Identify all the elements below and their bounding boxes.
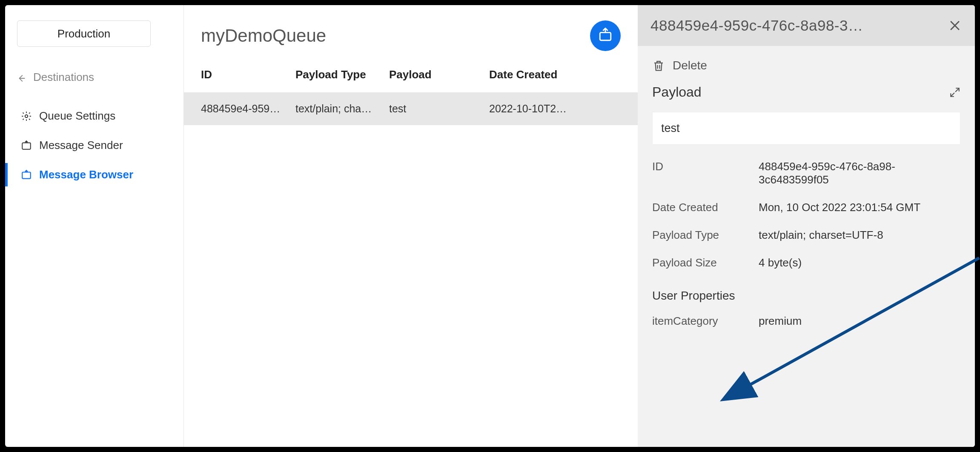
meta-value: text/plain; charset=UTF-8 xyxy=(759,229,960,242)
detail-panel: 488459e4-959c-476c-8a98-3… Delete Payloa… xyxy=(638,5,975,447)
send-message-button[interactable] xyxy=(590,20,621,51)
sidebar-item-label: Queue Settings xyxy=(39,109,115,123)
table-header: ID Payload Type Payload Date Created xyxy=(184,68,638,92)
meta-key: Payload Size xyxy=(652,256,759,269)
main-header: myDemoQueue xyxy=(184,20,638,68)
sidebar-item-message-sender[interactable]: Message Sender xyxy=(17,134,172,157)
sidebar-item-queue-settings[interactable]: Queue Settings xyxy=(17,104,172,128)
meta-key: ID xyxy=(652,160,759,186)
arrow-left-icon xyxy=(17,73,26,82)
svg-rect-3 xyxy=(600,32,611,40)
meta-row-id: ID 488459e4-959c-476c-8a98-3c6483599f05 xyxy=(652,160,960,186)
meta-value: 488459e4-959c-476c-8a98-3c6483599f05 xyxy=(759,160,960,186)
payload-section-title: Payload xyxy=(652,84,702,100)
svg-rect-1 xyxy=(22,143,31,149)
meta-key: Date Created xyxy=(652,201,759,214)
cell-payload-type: text/plain; cha… xyxy=(295,103,389,115)
meta-row-date-created: Date Created Mon, 10 Oct 2022 23:01:54 G… xyxy=(652,201,960,214)
trash-icon xyxy=(652,59,665,72)
messages-table: ID Payload Type Payload Date Created 488… xyxy=(184,68,638,125)
sidebar-item-message-browser[interactable]: Message Browser xyxy=(17,163,172,186)
payload-value-box: test xyxy=(652,112,960,145)
close-icon xyxy=(948,27,962,34)
meta-value: Mon, 10 Oct 2022 23:01:54 GMT xyxy=(759,201,960,214)
svg-rect-2 xyxy=(22,172,31,178)
delete-message-button[interactable]: Delete xyxy=(652,59,960,72)
back-destinations-label: Destinations xyxy=(33,71,94,84)
metadata-list: ID 488459e4-959c-476c-8a98-3c6483599f05 … xyxy=(652,160,960,269)
environment-selector[interactable]: Production xyxy=(17,20,151,47)
sidebar: Production Destinations Queue Settings M… xyxy=(5,5,184,447)
meta-key: Payload Type xyxy=(652,229,759,242)
expand-payload-button[interactable] xyxy=(949,87,960,98)
table-row[interactable]: 488459e4-959… text/plain; cha… test 2022… xyxy=(184,92,638,125)
gear-icon xyxy=(20,110,32,122)
delete-label: Delete xyxy=(673,59,707,72)
sidebar-item-label: Message Sender xyxy=(39,139,123,152)
sidebar-nav: Queue Settings Message Sender Message Br… xyxy=(17,104,172,186)
user-properties-title: User Properties xyxy=(652,289,960,303)
cell-id: 488459e4-959… xyxy=(201,103,295,115)
user-property-key: itemCategory xyxy=(652,315,759,328)
user-property-row: itemCategory premium xyxy=(652,315,960,328)
panel-header: 488459e4-959c-476c-8a98-3… xyxy=(638,5,975,46)
meta-value: 4 byte(s) xyxy=(759,256,960,269)
user-property-value: premium xyxy=(759,315,960,328)
payload-section-header: Payload xyxy=(652,84,960,100)
back-destinations-link[interactable]: Destinations xyxy=(17,71,172,84)
column-header-id[interactable]: ID xyxy=(201,68,295,81)
app-window: Production Destinations Queue Settings M… xyxy=(5,5,975,447)
queue-title: myDemoQueue xyxy=(201,26,326,46)
column-header-payload-type[interactable]: Payload Type xyxy=(295,68,389,81)
expand-icon xyxy=(949,92,960,99)
svg-point-0 xyxy=(25,114,28,117)
send-icon xyxy=(20,140,32,152)
panel-body: Delete Payload test ID 488459e4-959c-476… xyxy=(638,46,975,340)
cell-payload: test xyxy=(389,103,489,115)
close-panel-button[interactable] xyxy=(948,18,962,33)
column-header-payload[interactable]: Payload xyxy=(389,68,489,81)
panel-title: 488459e4-959c-476c-8a98-3… xyxy=(650,17,948,34)
main-content: myDemoQueue ID Payload Type Payload Date… xyxy=(184,5,638,447)
cell-date-created: 2022-10-10T2… xyxy=(489,103,579,115)
column-header-date-created[interactable]: Date Created xyxy=(489,68,579,81)
send-message-icon xyxy=(598,28,613,44)
sidebar-item-label: Message Browser xyxy=(39,168,133,181)
browse-icon xyxy=(20,169,32,181)
meta-row-payload-size: Payload Size 4 byte(s) xyxy=(652,256,960,269)
meta-row-payload-type: Payload Type text/plain; charset=UTF-8 xyxy=(652,229,960,242)
